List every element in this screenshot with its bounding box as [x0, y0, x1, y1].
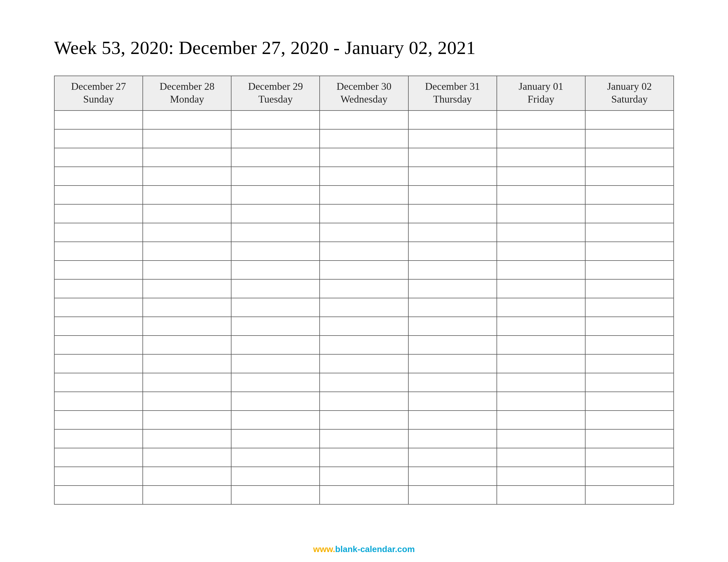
table-row — [54, 410, 674, 429]
empty-cell — [585, 429, 674, 448]
empty-cell — [143, 373, 231, 392]
col-header-1: December 28 Monday — [143, 76, 231, 111]
empty-cell — [231, 204, 320, 223]
empty-cell — [231, 167, 320, 186]
table-row — [54, 204, 674, 223]
empty-cell — [54, 279, 143, 298]
col-header-dow: Thursday — [409, 93, 497, 106]
empty-cell — [54, 261, 143, 279]
empty-cell — [320, 223, 408, 242]
table-row — [54, 317, 674, 335]
empty-cell — [143, 392, 231, 410]
col-header-date: December 29 — [231, 80, 319, 93]
table-row — [54, 373, 674, 392]
footer-link[interactable]: www.blank-calendar.com — [54, 544, 674, 554]
empty-cell — [497, 242, 585, 261]
table-row — [54, 223, 674, 242]
table-row — [54, 392, 674, 410]
table-row — [54, 354, 674, 373]
empty-cell — [143, 167, 231, 186]
table-row — [54, 111, 674, 129]
empty-cell — [408, 223, 497, 242]
empty-cell — [231, 354, 320, 373]
weekly-calendar-table: December 27 Sunday December 28 Monday De… — [54, 76, 674, 505]
empty-cell — [320, 148, 408, 167]
col-header-5: January 01 Friday — [497, 76, 585, 111]
empty-cell — [585, 335, 674, 354]
empty-cell — [585, 298, 674, 317]
header-row: December 27 Sunday December 28 Monday De… — [54, 76, 674, 111]
empty-cell — [320, 167, 408, 186]
empty-cell — [408, 486, 497, 504]
col-header-date: January 01 — [497, 80, 585, 93]
empty-cell — [54, 298, 143, 317]
empty-cell — [320, 242, 408, 261]
empty-cell — [497, 186, 585, 204]
empty-cell — [143, 298, 231, 317]
empty-cell — [585, 223, 674, 242]
empty-cell — [497, 373, 585, 392]
table-row — [54, 448, 674, 467]
empty-cell — [320, 298, 408, 317]
empty-cell — [143, 429, 231, 448]
empty-cell — [143, 242, 231, 261]
empty-cell — [585, 167, 674, 186]
empty-cell — [320, 261, 408, 279]
empty-cell — [54, 448, 143, 467]
empty-cell — [408, 298, 497, 317]
empty-cell — [143, 335, 231, 354]
empty-cell — [143, 111, 231, 129]
empty-cell — [54, 111, 143, 129]
empty-cell — [320, 448, 408, 467]
empty-cell — [54, 429, 143, 448]
empty-cell — [497, 429, 585, 448]
empty-cell — [585, 261, 674, 279]
col-header-4: December 31 Thursday — [408, 76, 497, 111]
empty-cell — [497, 317, 585, 335]
empty-cell — [497, 354, 585, 373]
col-header-6: January 02 Saturday — [585, 76, 674, 111]
empty-cell — [408, 448, 497, 467]
empty-cell — [54, 373, 143, 392]
empty-cell — [320, 335, 408, 354]
col-header-date: December 28 — [143, 80, 231, 93]
empty-cell — [408, 354, 497, 373]
table-row — [54, 167, 674, 186]
empty-cell — [497, 467, 585, 486]
empty-cell — [143, 223, 231, 242]
empty-cell — [497, 279, 585, 298]
empty-cell — [231, 242, 320, 261]
empty-cell — [143, 410, 231, 429]
empty-cell — [54, 467, 143, 486]
empty-cell — [585, 410, 674, 429]
empty-cell — [320, 467, 408, 486]
empty-cell — [585, 111, 674, 129]
empty-cell — [54, 148, 143, 167]
empty-cell — [143, 354, 231, 373]
empty-cell — [231, 279, 320, 298]
empty-cell — [585, 279, 674, 298]
empty-cell — [54, 242, 143, 261]
empty-cell — [231, 429, 320, 448]
empty-cell — [143, 186, 231, 204]
empty-cell — [585, 148, 674, 167]
empty-cell — [143, 486, 231, 504]
empty-cell — [408, 317, 497, 335]
empty-cell — [408, 467, 497, 486]
empty-cell — [585, 129, 674, 148]
empty-cell — [54, 204, 143, 223]
empty-cell — [408, 335, 497, 354]
empty-cell — [54, 410, 143, 429]
table-row — [54, 298, 674, 317]
empty-cell — [231, 392, 320, 410]
empty-cell — [54, 392, 143, 410]
empty-cell — [231, 111, 320, 129]
empty-cell — [585, 354, 674, 373]
empty-cell — [497, 392, 585, 410]
empty-cell — [497, 204, 585, 223]
empty-cell — [408, 429, 497, 448]
empty-cell — [585, 392, 674, 410]
empty-cell — [143, 261, 231, 279]
empty-cell — [143, 148, 231, 167]
empty-cell — [320, 354, 408, 373]
